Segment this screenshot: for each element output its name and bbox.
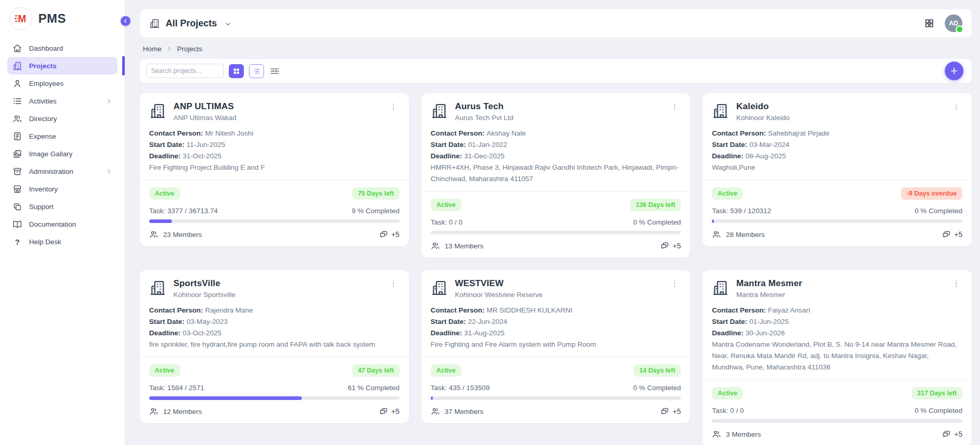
search-input[interactable] bbox=[146, 64, 224, 78]
comments-count[interactable]: +5 bbox=[942, 230, 962, 239]
days-left-badge: 75 Days left bbox=[352, 187, 399, 200]
days-left-badge: 14 Days left bbox=[634, 364, 681, 377]
store-icon bbox=[12, 184, 22, 194]
comments-count[interactable]: +5 bbox=[379, 230, 400, 239]
sidebar-item-employees[interactable]: Employees bbox=[7, 75, 118, 92]
completed-percent: 0 % Completed bbox=[633, 384, 681, 392]
kebab-icon bbox=[389, 279, 398, 288]
breadcrumb-home[interactable]: Home bbox=[143, 45, 162, 53]
chevron-left-icon bbox=[123, 18, 128, 24]
list-icon bbox=[12, 96, 22, 106]
task-count: Task: 0 / 0 bbox=[431, 218, 463, 226]
projects-toolbar bbox=[140, 59, 972, 83]
kebab-icon bbox=[670, 279, 679, 288]
divider bbox=[140, 180, 409, 180]
app-logo[interactable]: M PMS bbox=[0, 0, 125, 35]
comments-count[interactable]: +5 bbox=[379, 407, 400, 416]
sidebar-item-administration[interactable]: Administration bbox=[7, 162, 118, 180]
archive-icon bbox=[12, 167, 22, 176]
project-subtitle: Mantra Mesmer bbox=[736, 291, 802, 299]
deadline-line: Deadline:08-Aug-2025 bbox=[712, 151, 962, 162]
copy-icon bbox=[12, 202, 22, 212]
sidebar-item-inventory[interactable]: Inventory bbox=[7, 180, 118, 198]
kebab-icon bbox=[952, 279, 960, 288]
page-title: All Projects bbox=[166, 18, 217, 29]
completed-percent: 0 % Completed bbox=[915, 407, 962, 414]
comments-count[interactable]: +5 bbox=[942, 429, 962, 439]
card-menu-button[interactable] bbox=[950, 278, 962, 289]
sidebar-item-expense[interactable]: Expense bbox=[7, 127, 118, 145]
project-card-kaleido[interactable]: Kaleido Kohinoor Kaleido Contact Person:… bbox=[703, 93, 972, 246]
deadline-line: Deadline:31-Oct-2025 bbox=[149, 151, 400, 162]
divider bbox=[140, 357, 409, 357]
project-description: HMRR+4XH, Phase 3, Hinjawadi Rajiv Gandh… bbox=[431, 162, 681, 185]
project-subtitle: Kohinoor Kaleido bbox=[736, 114, 789, 122]
sidebar-item-support[interactable]: Support bbox=[7, 198, 118, 215]
card-menu-button[interactable] bbox=[668, 278, 681, 289]
user-avatar[interactable]: AD bbox=[945, 14, 962, 32]
sidebar-collapse-button[interactable] bbox=[121, 16, 130, 26]
receipt-icon bbox=[12, 131, 22, 141]
start-date-line: Start Date:22-Jun-2024 bbox=[431, 316, 681, 328]
project-card-mantra-mesmer[interactable]: Mantra Mesmer Mantra Mesmer Contact Pers… bbox=[703, 270, 972, 445]
task-count: Task: 1584 / 2571 bbox=[149, 384, 204, 392]
days-left-badge: 47 Days left bbox=[352, 364, 399, 377]
comments-count[interactable]: +5 bbox=[660, 407, 681, 416]
plus-icon bbox=[949, 66, 959, 76]
list-view-button[interactable] bbox=[249, 64, 264, 78]
sidebar-item-dashboard[interactable]: Dashboard bbox=[7, 39, 118, 57]
sidebar-item-image-gallery[interactable]: Image Gallary bbox=[7, 145, 118, 162]
sidebar-item-directory[interactable]: Directory bbox=[7, 110, 118, 127]
people-icon bbox=[149, 407, 158, 416]
progress-fill bbox=[431, 396, 433, 400]
comments-count[interactable]: +5 bbox=[660, 241, 681, 250]
kebab-icon bbox=[670, 102, 679, 111]
sidebar-item-activities[interactable]: Activities bbox=[7, 92, 118, 110]
project-card-westview[interactable]: WESTVIEW Kohinoor Westview Reserve Conta… bbox=[421, 270, 691, 423]
project-card-aurus-tech[interactable]: Aurus Tech Aurus Tech Pvt Ltd Contact Pe… bbox=[421, 93, 691, 258]
project-description: Wagholi,Pune bbox=[712, 162, 962, 173]
card-menu-button[interactable] bbox=[387, 101, 400, 112]
building-icon bbox=[12, 61, 22, 71]
filter-button[interactable] bbox=[269, 66, 280, 77]
project-subtitle: Kohinoor Sportsville bbox=[173, 291, 236, 299]
card-menu-button[interactable] bbox=[387, 278, 400, 289]
progress-fill bbox=[712, 219, 714, 223]
project-title: SportsVille bbox=[173, 278, 236, 289]
project-description: Fire Fighting Project Building E and F bbox=[149, 162, 400, 173]
building-icon bbox=[431, 279, 448, 296]
status-badge: Active bbox=[431, 364, 462, 377]
sidebar-nav: Dashboard Projects Employees Activities … bbox=[0, 35, 125, 255]
sidebar-item-projects[interactable]: Projects bbox=[7, 57, 118, 75]
contact-person-line: Contact Person:Faiyaz Ansari bbox=[712, 305, 962, 316]
grid-view-button[interactable] bbox=[229, 64, 244, 78]
project-scope-dropdown[interactable]: All Projects bbox=[149, 18, 232, 29]
project-subtitle: Aurus Tech Pvt Ltd bbox=[455, 114, 514, 122]
project-title: Kaleido bbox=[736, 101, 789, 112]
progress-bar bbox=[149, 219, 400, 223]
chat-icon bbox=[379, 230, 388, 239]
contact-person-line: Contact Person:Mr Nitesh Joshi bbox=[149, 128, 400, 139]
card-menu-button[interactable] bbox=[950, 101, 962, 112]
chevron-right-icon bbox=[166, 46, 172, 52]
days-left-badge: 136 Days left bbox=[630, 199, 681, 211]
project-card-sportsville[interactable]: SportsVille Kohinoor Sportsville Contact… bbox=[140, 270, 409, 423]
progress-bar bbox=[712, 419, 962, 423]
sidebar-item-help-desk[interactable]: ? Help Desk bbox=[7, 233, 118, 250]
members-count: 13 Members bbox=[431, 241, 484, 250]
apps-grid-button[interactable] bbox=[924, 18, 934, 28]
project-description: Mantra Codename Wonderland, Plot B, S. N… bbox=[712, 339, 962, 373]
project-title: WESTVIEW bbox=[455, 278, 543, 289]
project-card-anp-ultimas[interactable]: ANP ULTIMAS ANP Ultimas Wakad Contact Pe… bbox=[140, 93, 409, 246]
sidebar-item-documentation[interactable]: Documentation bbox=[7, 215, 118, 233]
grid-view-icon bbox=[232, 67, 240, 75]
members-count: 23 Members bbox=[149, 230, 202, 239]
members-count: 28 Members bbox=[712, 230, 765, 239]
status-badge: Active bbox=[431, 199, 462, 211]
progress-fill bbox=[149, 396, 302, 400]
task-count: Task: 0 / 0 bbox=[712, 407, 744, 414]
card-menu-button[interactable] bbox=[668, 101, 681, 112]
building-icon bbox=[149, 102, 166, 120]
add-project-button[interactable] bbox=[945, 62, 963, 80]
building-icon bbox=[712, 279, 729, 296]
